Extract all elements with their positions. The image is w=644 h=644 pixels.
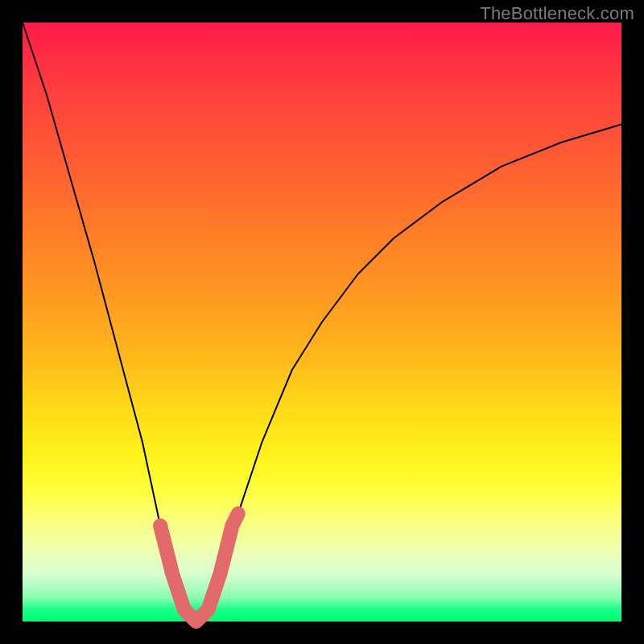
watermark-text: TheBottleneck.com [480,3,634,24]
curve-svg [23,23,621,621]
bottleneck-curve-path [23,23,621,621]
bottom-highlight-path [160,514,238,621]
plot-area [23,23,621,621]
chart-frame: TheBottleneck.com [0,0,644,644]
